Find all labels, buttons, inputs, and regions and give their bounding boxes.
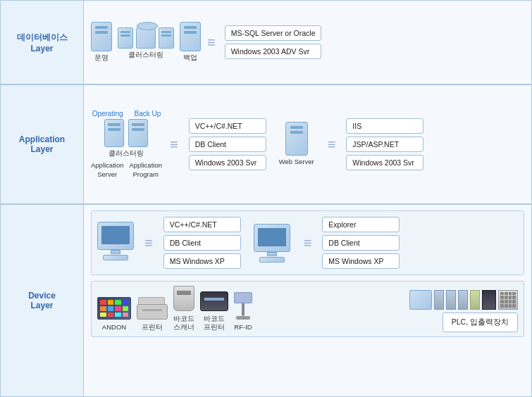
app-backup-tower bbox=[128, 119, 148, 147]
application-layer-content: Operating Back Up 클러스터링 Application Serv bbox=[84, 85, 531, 203]
right-monitor bbox=[254, 224, 290, 252]
barcode-printer-label: 바코드 프린터 bbox=[204, 315, 225, 332]
device-right-box-1: Explorer bbox=[322, 217, 400, 232]
app-backup-item bbox=[128, 119, 148, 147]
db-layer-inner: 운영 클러스터링 백업 ≡ bbox=[91, 22, 524, 62]
database-layer-content: 운영 클러스터링 백업 ≡ bbox=[84, 1, 531, 84]
ops-server-icon bbox=[91, 22, 112, 51]
rfid-item: RF-ID bbox=[234, 292, 252, 332]
plc-unit-6 bbox=[498, 290, 518, 310]
andon-icon bbox=[97, 297, 131, 320]
db-info-boxes: MS-SQL Server or Oracle Windows 2003 ADV… bbox=[225, 24, 322, 61]
barcode-printer-item: 바코드 프린터 bbox=[200, 291, 228, 332]
app-right-box-1: IIS bbox=[346, 118, 423, 134]
app-inner: Operating Back Up 클러스터링 Application Serv bbox=[91, 110, 524, 179]
backup-server-item: 백업 bbox=[180, 22, 201, 62]
application-layer-label: Application Layer bbox=[1, 85, 84, 203]
plc-unit-5 bbox=[482, 290, 496, 310]
app-right-box-3: Windows 2003 Svr bbox=[346, 155, 423, 170]
left-monitor bbox=[97, 222, 134, 250]
device-left-box-1: VC++/C#.NET bbox=[163, 217, 241, 232]
app-left-group: Operating Back Up 클러스터링 Application Serv bbox=[91, 110, 162, 179]
plc-icon-row bbox=[409, 290, 518, 310]
app-server-item bbox=[104, 119, 124, 147]
app-equals1: ≡ bbox=[170, 137, 178, 153]
app-left-boxes: VC++/C#.NET DB Client Windows 2003 Svr bbox=[189, 117, 266, 172]
left-pc-item bbox=[97, 222, 134, 260]
right-pc-item bbox=[254, 224, 290, 263]
app-left-box-3: Windows 2003 Svr bbox=[189, 155, 266, 170]
cluster-label: 클러스터링 bbox=[128, 51, 163, 59]
device-layer-row: Device Layer ≡ VC++/C#.NET DB Client bbox=[0, 204, 532, 397]
rfid-label: RF-ID bbox=[234, 323, 252, 332]
plc-unit-4 bbox=[470, 290, 480, 310]
web-server-tower bbox=[285, 122, 308, 156]
plc-unit-1 bbox=[434, 290, 444, 310]
plc-unit-2 bbox=[446, 290, 456, 310]
rfid-icon-wrapper bbox=[234, 292, 252, 320]
web-server-item: Web Server bbox=[279, 122, 314, 166]
barcode-scanner-label: 바코드 스캐너 bbox=[173, 315, 194, 332]
device-left-boxes: VC++/C#.NET DB Client MS Windows XP bbox=[163, 215, 241, 270]
device-layer-content: ≡ VC++/C#.NET DB Client MS Windows XP ≡ bbox=[84, 205, 531, 396]
cluster-tower1 bbox=[118, 27, 133, 49]
device-layer-label: Device Layer bbox=[1, 205, 84, 396]
left-keyboard bbox=[103, 255, 128, 260]
rfid-head-box bbox=[234, 292, 252, 303]
printer-body bbox=[137, 304, 168, 320]
left-monitor-screen bbox=[101, 226, 130, 244]
db-info-box-1: MS-SQL Server or Oracle bbox=[225, 25, 322, 41]
app-left-box-2: DB Client bbox=[189, 137, 266, 152]
device-right-box-3: MS Windows XP bbox=[322, 253, 400, 269]
db-info-box-2: Windows 2003 ADV Svr bbox=[225, 44, 322, 59]
cluster-icon bbox=[118, 25, 174, 49]
bp-slot bbox=[204, 298, 224, 301]
backup-server-icon bbox=[180, 22, 201, 51]
plc-label-box: PLC, 입출력장치 bbox=[443, 313, 518, 332]
ops-label: 운영 bbox=[94, 53, 109, 62]
app-labels-row: Operating Back Up bbox=[92, 110, 161, 119]
cluster-db bbox=[136, 25, 156, 49]
application-layer-row: Application Layer Operating Back Up bbox=[0, 84, 532, 204]
right-keyboard bbox=[259, 257, 285, 263]
device-equals1: ≡ bbox=[144, 235, 153, 251]
rfid-base bbox=[236, 316, 250, 320]
printer-slot bbox=[142, 309, 162, 311]
printer-label: 프린터 bbox=[142, 323, 163, 332]
two-server-row bbox=[104, 119, 148, 147]
app-server-tower bbox=[104, 119, 124, 147]
plc-icon-1 bbox=[409, 290, 432, 310]
backup-label: 백업 bbox=[183, 53, 197, 62]
barcode-printer-icon bbox=[200, 291, 228, 311]
left-monitor-stand bbox=[111, 250, 120, 254]
database-layer-row: 데이터베이스 Layer 운영 클러스터링 bbox=[0, 0, 532, 84]
main-container: 데이터베이스 Layer 운영 클러스터링 bbox=[0, 0, 532, 397]
barcode-scanner-icon bbox=[173, 286, 194, 311]
plc-unit-3 bbox=[458, 290, 468, 310]
cluster-label2: 클러스터링 bbox=[109, 149, 144, 158]
device-bottom-section: ANDON 프린터 바코드 bbox=[91, 281, 524, 337]
rfid-pole-bar bbox=[242, 303, 245, 316]
app-right-boxes: IIS JSP/ASP.NET Windows 2003 Svr bbox=[346, 117, 423, 172]
device-equals2: ≡ bbox=[304, 235, 312, 251]
cluster-item: 클러스터링 bbox=[118, 25, 174, 59]
app-server-label: Application Server bbox=[91, 161, 123, 179]
backup-colored-label: Back Up bbox=[135, 110, 161, 118]
device-left-box-2: DB Client bbox=[163, 235, 241, 251]
db-equals: ≡ bbox=[207, 34, 216, 51]
server-bottom-labels: Application Server Application Program bbox=[91, 159, 162, 179]
device-top-section: ≡ VC++/C#.NET DB Client MS Windows XP ≡ bbox=[91, 210, 524, 275]
device-right-boxes: Explorer DB Client MS Windows XP bbox=[322, 215, 400, 270]
app-equals2: ≡ bbox=[328, 137, 336, 153]
cluster-tower2 bbox=[159, 27, 174, 49]
scanner-glass bbox=[177, 291, 191, 295]
web-server-label: Web Server bbox=[279, 158, 314, 166]
printer-wrapper bbox=[137, 297, 168, 320]
andon-item: ANDON bbox=[97, 297, 131, 332]
operating-colored-label: Operating bbox=[92, 110, 123, 118]
app-left-box-1: VC++/C#.NET bbox=[189, 118, 266, 134]
device-right-box-2: DB Client bbox=[322, 235, 400, 251]
right-monitor-screen bbox=[258, 228, 286, 246]
ops-server-item: 운영 bbox=[91, 22, 112, 62]
plc-group: PLC, 입출력장치 bbox=[409, 290, 518, 332]
